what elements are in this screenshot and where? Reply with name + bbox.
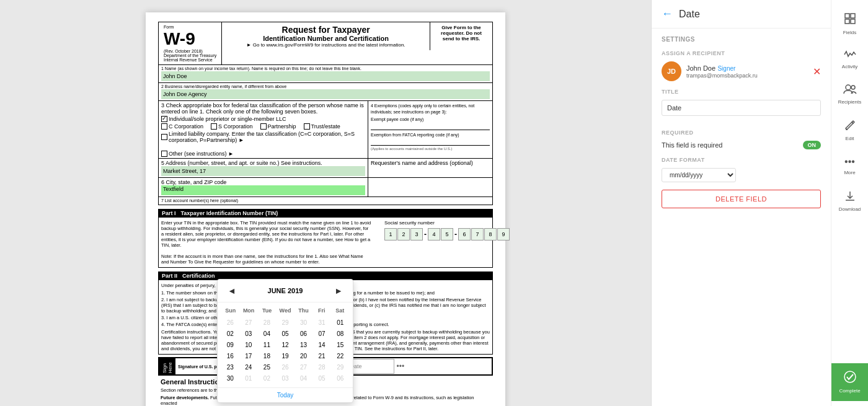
ssn-box-5[interactable]: 5	[441, 228, 453, 241]
panel-content: SETTINGS ASSIGN A RECIPIENT JD John Doe …	[652, 29, 831, 406]
cal-day[interactable]: 19	[277, 351, 294, 361]
field3-4-split: 3 Check appropriate box for federal tax …	[159, 101, 492, 159]
cal-day[interactable]: 06	[331, 373, 349, 384]
toolbar-edit[interactable]: Edit	[831, 112, 868, 149]
cal-day[interactable]: 23	[221, 362, 239, 373]
cal-day[interactable]: 24	[240, 362, 258, 373]
cal-day[interactable]: 10	[240, 340, 258, 350]
trust-label: Trust/estate	[311, 123, 340, 130]
date-format-select[interactable]: mm/dd/yyyy	[662, 168, 736, 182]
cal-day[interactable]: 21	[313, 351, 331, 361]
cal-day[interactable]: 01	[240, 373, 258, 384]
cal-day[interactable]: 01	[331, 317, 349, 328]
cal-day[interactable]: 05	[313, 373, 331, 384]
cal-day[interactable]: 20	[294, 351, 312, 361]
cal-day[interactable]: 28	[258, 317, 276, 328]
date-format-row: mm/dd/yyyy	[662, 168, 821, 182]
cal-day[interactable]: 31	[313, 317, 331, 328]
cal-day[interactable]: 15	[331, 340, 349, 350]
cal-day[interactable]: 11	[258, 340, 276, 350]
tax-class-group: Individual/sole proprietor or single-mem…	[161, 116, 365, 122]
title-input[interactable]	[662, 100, 821, 116]
toggle-on[interactable]: ON	[803, 141, 822, 149]
cal-day[interactable]: 25	[258, 362, 276, 373]
checkbox-ccorp[interactable]: C Corporation	[161, 123, 203, 130]
cal-day[interactable]: 02	[221, 329, 239, 339]
edit-icon	[844, 120, 856, 133]
cal-day[interactable]: 29	[331, 362, 349, 373]
scorp-checkbox[interactable]	[211, 123, 217, 130]
cal-day[interactable]: 16	[221, 351, 239, 361]
cal-day[interactable]: 27	[294, 362, 312, 373]
checkbox-scorp[interactable]: S Corporation	[211, 123, 253, 130]
calendar-next-btn[interactable]: ►	[330, 285, 347, 297]
cal-day[interactable]: 04	[258, 329, 276, 339]
cal-day[interactable]: 22	[331, 351, 349, 361]
field5-input[interactable]	[161, 166, 365, 176]
other-checkbox[interactable]	[161, 151, 167, 157]
cal-day[interactable]: 04	[294, 373, 312, 384]
cal-day[interactable]: 28	[313, 362, 331, 373]
cal-day[interactable]: 06	[294, 329, 312, 339]
field6-value[interactable]: Textfield	[161, 185, 365, 195]
ssn-box-1[interactable]: 1	[384, 228, 397, 241]
checkbox-trust[interactable]: Trust/estate	[304, 123, 340, 130]
field4-label: 4 Exemptions (codes apply only to certai…	[371, 104, 474, 114]
trust-checkbox[interactable]	[304, 123, 310, 130]
toolbar-fields[interactable]: Fields	[831, 5, 868, 43]
toolbar-more[interactable]: ••• More	[831, 149, 868, 183]
form-give-text: Give Form to the requester. Do not send …	[430, 22, 492, 44]
cal-day[interactable]: 05	[277, 329, 294, 339]
cal-day[interactable]: 29	[277, 317, 294, 328]
ssn-box-2[interactable]: 2	[397, 228, 410, 241]
remove-recipient-btn[interactable]: ✕	[813, 66, 821, 77]
form-label: Form	[164, 25, 216, 29]
ssn-box-6[interactable]: 6	[458, 228, 471, 241]
cal-day[interactable]: 02	[258, 373, 276, 384]
partnership-checkbox[interactable]	[260, 123, 267, 130]
ssn-box-7[interactable]: 7	[471, 228, 484, 241]
field1-input[interactable]	[161, 71, 490, 81]
toolbar-complete[interactable]: Complete	[831, 363, 868, 401]
recipient-initials: JD	[667, 68, 676, 75]
cal-day[interactable]: 18	[258, 351, 276, 361]
ccorp-checkbox[interactable]	[161, 123, 167, 130]
cal-day[interactable]: 07	[313, 329, 331, 339]
toolbar-download[interactable]: Download	[831, 183, 868, 219]
back-button[interactable]: ←	[662, 7, 673, 20]
checkbox-llc[interactable]: Limited liability company. Enter the tax…	[161, 131, 365, 143]
cal-day[interactable]: 03	[277, 373, 294, 384]
toolbar-recipients[interactable]: Recipients	[831, 77, 868, 112]
cal-day[interactable]: 13	[294, 340, 312, 350]
ssn-box-8[interactable]: 8	[484, 228, 497, 241]
calendar-today-btn[interactable]: Today	[218, 387, 353, 402]
llc-checkbox[interactable]	[161, 134, 167, 140]
cal-day[interactable]: 03	[240, 329, 258, 339]
cal-day[interactable]: 09	[221, 340, 239, 350]
ssn-box-3[interactable]: 3	[410, 228, 423, 241]
more-dots-sign[interactable]: •••	[397, 362, 405, 371]
cal-day[interactable]: 26	[277, 362, 294, 373]
checkbox-individual[interactable]: Individual/sole proprietor or single-mem…	[161, 116, 286, 122]
individual-checkbox[interactable]	[161, 116, 167, 122]
settings-label: SETTINGS	[662, 36, 821, 43]
cal-day[interactable]: 30	[294, 317, 312, 328]
ssn-box-4[interactable]: 4	[428, 228, 440, 241]
cal-day[interactable]: 26	[221, 317, 239, 328]
cal-day[interactable]: 27	[240, 317, 258, 328]
partnership-label: Partnership	[268, 123, 296, 130]
cal-day[interactable]: 12	[277, 340, 294, 350]
cal-day[interactable]: 17	[240, 351, 258, 361]
cal-day[interactable]: 08	[331, 329, 349, 339]
cal-hdr-fri: Fri	[312, 306, 330, 315]
delete-field-btn[interactable]: DELETE FIELD	[662, 190, 821, 208]
calendar-prev-btn[interactable]: ◄	[224, 285, 240, 297]
checkbox-other[interactable]: Other (see instructions) ►	[161, 151, 365, 157]
cal-day[interactable]: 30	[221, 373, 239, 384]
field2-input[interactable]	[161, 89, 490, 99]
cal-day[interactable]: 14	[313, 340, 331, 350]
checkbox-partnership[interactable]: Partnership	[260, 123, 296, 130]
toolbar-activity[interactable]: Activity	[831, 43, 868, 77]
field2-row: 2 Business name/disregarded entity name,…	[159, 83, 492, 101]
ssn-box-9[interactable]: 9	[497, 228, 510, 241]
